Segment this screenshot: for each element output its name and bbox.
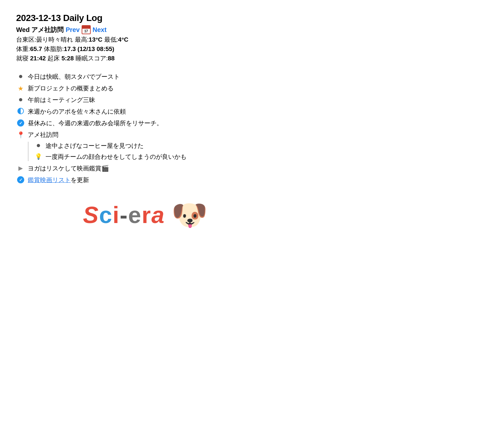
log-text: 今日は快眠、朝スタバでブースト — [28, 73, 120, 81]
bed-label: 就寝 — [16, 55, 28, 62]
body-stats-row: 体重:65.7 体脂肪:17.3 (12/13 08:55) — [16, 45, 274, 53]
brand-letter-r: r — [142, 202, 151, 228]
log-text: 一度両チームの顔合わせをしてしまうのが良いかも — [46, 153, 187, 161]
list-item: 📍 アメ社訪問 途中よさげなコーヒー屋を見つけた 💡 一度両チームの顔合わせをし… — [16, 131, 274, 161]
next-link[interactable]: Next — [93, 26, 107, 34]
subtitle-text: Wed アメ社訪問 — [16, 25, 64, 34]
wake-label: 起床 — [47, 55, 60, 62]
sleep-score-label: 睡眠スコア: — [76, 55, 108, 62]
weight-label: 体重: — [16, 46, 30, 52]
weather-location: 台東区 — [16, 36, 35, 43]
body-timestamp: (12/13 08:55) — [77, 46, 114, 52]
brand-letter-a: a — [151, 202, 165, 228]
brand-letter-e: e — [128, 202, 142, 228]
subtitle-row: Wed アメ社訪問 Prev 17 Next — [16, 25, 274, 34]
log-text: 新プロジェクトの概要まとめる — [28, 84, 114, 93]
nested-list: 途中よさげなコーヒー屋を見つけた 💡 一度両チームの顔合わせをしてしまうのが良い… — [28, 142, 187, 161]
log-list: 今日は快眠、朝スタバでブースト ★ 新プロジェクトの概要まとめる 午前はミーティ… — [16, 73, 274, 184]
fat-label: 体脂肪: — [44, 46, 64, 52]
log-text: 途中よさげなコーヒー屋を見つけた — [46, 142, 144, 150]
weather-low-value: 4°C — [118, 36, 128, 43]
bullet-icon — [34, 142, 43, 147]
sleep-score-value: 88 — [108, 55, 115, 62]
sleep-row: 就寝 21:42 起床 5:28 睡眠スコア:88 — [16, 54, 274, 63]
list-item: 💡 一度両チームの顔合わせをしてしまうのが良いかも — [34, 153, 187, 161]
log-text: 昼休みに、今週の来週の飲み会場所をリサーチ。 — [28, 119, 163, 127]
weight-value: 65.7 — [30, 46, 42, 52]
log-text: 来週からのアポを佐々木さんに依頼 — [28, 107, 126, 116]
list-item: 来週からのアポを佐々木さんに依頼 — [16, 107, 274, 116]
list-item: 鑑賞映画リストを更新 — [16, 176, 274, 184]
list-item: ★ 新プロジェクトの概要まとめる — [16, 84, 274, 93]
page-title: 2023-12-13 Daily Log — [16, 13, 274, 23]
movie-list-link[interactable]: 鑑賞映画リスト — [28, 177, 71, 183]
brand-letter-i: i — [113, 202, 120, 228]
calendar-icon: 17 — [82, 25, 91, 34]
weather-condition: 曇り時々晴れ — [36, 36, 73, 43]
arrow-icon: ▶ — [16, 165, 25, 172]
list-item: 昼休みに、今週の来週の飲み会場所をリサーチ。 — [16, 119, 274, 127]
prev-link[interactable]: Prev — [66, 26, 79, 34]
log-text: 鑑賞映画リストを更新 — [28, 176, 89, 184]
bullet-icon — [16, 73, 25, 78]
wake-time: 5:28 — [61, 55, 74, 62]
star-icon: ★ — [16, 85, 25, 92]
calendar-day: 17 — [82, 29, 90, 34]
log-text: ヨガはリスケして映画鑑賞🎬 — [28, 164, 109, 173]
log-text: アメ社訪問 — [28, 131, 58, 139]
weather-low-label: 最低: — [104, 36, 118, 43]
log-text: 午前はミーティング三昧 — [28, 96, 95, 104]
dog-icon: 🐶 — [171, 200, 208, 229]
list-item: 午前はミーティング三昧 — [16, 96, 274, 104]
fat-value: 17.3 — [64, 46, 76, 52]
list-item: 途中よさげなコーヒー屋を見つけた — [34, 142, 187, 150]
bulb-icon: 💡 — [34, 153, 43, 160]
weather-high-label: 最高: — [75, 36, 89, 43]
list-item: ▶ ヨガはリスケして映画鑑賞🎬 — [16, 164, 274, 173]
weather-high-value: 13°C — [89, 36, 102, 43]
brand-logo: S c i - e r a — [83, 202, 165, 228]
pin-icon: 📍 — [16, 131, 25, 139]
brand-letter-c: c — [99, 202, 113, 228]
brand-letter-dash: - — [120, 202, 128, 228]
check-icon — [16, 119, 25, 127]
branding-section: S c i - e r a 🐶 — [16, 200, 274, 229]
bullet-icon — [16, 96, 25, 101]
weather-row: 台東区:曇り時々晴れ 最高:13°C 最低:4°C — [16, 36, 274, 44]
check-icon — [16, 176, 25, 183]
half-circle-icon — [16, 108, 25, 114]
brand-letter-s: S — [83, 202, 99, 228]
bed-time: 21:42 — [30, 55, 46, 62]
list-item: 今日は快眠、朝スタバでブースト — [16, 73, 274, 81]
